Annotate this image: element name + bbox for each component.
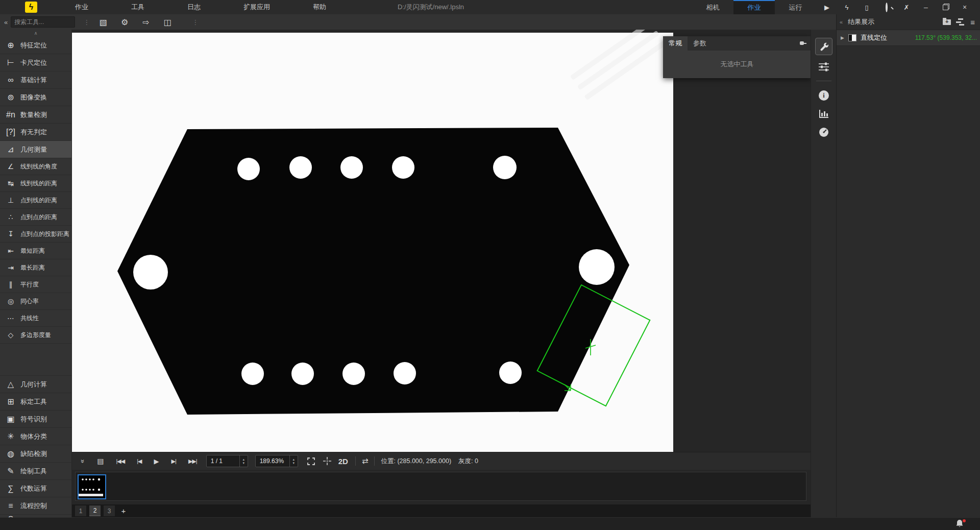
save-icon[interactable]: ◫ (162, 17, 173, 27)
sidebar-item-longest-distance[interactable]: ⇥ 最长距离 (0, 259, 71, 276)
minimize-button[interactable]: – (920, 2, 932, 12)
sidebar-item-symbol-recognition[interactable]: ▣ 符号识别 (0, 411, 71, 428)
sidebar-item-caliper-locate[interactable]: ⊢ 卡尺定位 (0, 54, 71, 71)
collinearity-icon: ⋯ (4, 314, 17, 322)
device-icon[interactable]: ▯ (863, 4, 871, 11)
menu-extensions[interactable]: 扩展应用 (243, 3, 270, 12)
sidebar-item-polygon-measure[interactable]: ◇ 多边形度量 (0, 327, 71, 344)
sidebar-item-calibration-tool[interactable]: ⊞ 标定工具 (0, 393, 71, 411)
tool-search-input[interactable] (11, 16, 75, 28)
sidebar-item-object-classify[interactable]: ✳ 物体分类 (0, 428, 71, 445)
page-tab-2[interactable]: 2 (89, 505, 101, 516)
tab-general[interactable]: 常规 (663, 36, 688, 51)
loop-icon[interactable]: ⇄ (362, 456, 369, 466)
sidebar-item-point-line-distance[interactable]: ⊥ 点到线的距离 (0, 192, 71, 209)
zoom-spinbox[interactable]: 189.63% ▴▾ (255, 455, 298, 467)
sidebar-item-point-point-distance[interactable]: ∴ 点到点的距离 (0, 209, 71, 226)
info-icon[interactable]: i (815, 87, 832, 104)
menu-job[interactable]: 作业 (75, 3, 88, 12)
tool-sidebar: ∧ ⊕ 特征定位 ⊢ 卡尺定位 ∞ 基础计算 ⊚ 图像变换 #n 数量检测 [?… (0, 30, 72, 517)
sidebar-collapse-icon[interactable]: « (4, 18, 8, 26)
histogram-chart-icon[interactable] (815, 105, 832, 123)
point-line-distance-icon: ⊥ (4, 196, 17, 204)
sidebar-item-basic-calc[interactable]: ∞ 基础计算 (0, 71, 71, 89)
menu-log[interactable]: 日志 (187, 3, 201, 12)
zoom-spinner[interactable]: ▴▾ (289, 455, 298, 467)
canvas-viewport[interactable]: 常规 参数 无选中工具 (72, 30, 811, 452)
center-crosshair-icon[interactable] (323, 457, 331, 465)
next-frame-button[interactable]: ▶| (172, 458, 176, 465)
image-list-icon[interactable]: ▤ (97, 457, 104, 465)
tab-camera[interactable]: 相机 (692, 0, 733, 14)
image-transform-icon: ⊚ (4, 92, 17, 102)
performance-gauge-icon[interactable] (815, 124, 832, 141)
line-line-distance-icon: ↹ (4, 179, 17, 187)
sidebar-item-image-transform[interactable]: ⊚ 图像变换 (0, 89, 71, 106)
titlebar-actions: ▶ ϟ ▯ ✗ (823, 0, 911, 14)
sidebar-item-count-detect[interactable]: #n 数量检测 (0, 106, 71, 124)
clean-icon[interactable]: ✗ (902, 4, 911, 11)
point-point-distance-icon: ∴ (4, 213, 17, 221)
parallelism-icon: ∥ (4, 280, 17, 288)
play-button[interactable]: ▶ (154, 457, 159, 465)
notification-bell-icon[interactable] (955, 519, 966, 529)
tab-run[interactable]: 运行 (775, 0, 816, 14)
export-icon[interactable]: ⇨ (141, 17, 151, 27)
canvas-toolbar: « ▤ |◀◀ |◀ ▶ ▶| ▶▶| 1 / 1 ▴▾ 189.63% ▴▾ … (72, 452, 811, 470)
image-thumbnail[interactable] (78, 474, 106, 499)
sidebar-item-feature-locate[interactable]: ⊕ 特征定位 (0, 37, 71, 54)
restore-button[interactable] (940, 2, 951, 12)
image-source-icon[interactable]: ▧ (98, 17, 108, 27)
row-expand-icon[interactable]: ▶ (841, 35, 844, 40)
page-tab-3[interactable]: 3 (104, 505, 115, 516)
sidebar-item-shortest-distance[interactable]: ⇤ 最短距离 (0, 243, 71, 259)
tool-settings-wrench-icon[interactable] (815, 38, 832, 55)
menu-help[interactable]: 帮助 (313, 3, 326, 12)
settings-gear-icon[interactable]: ⚙ (119, 17, 130, 27)
menu-tools[interactable]: 工具 (131, 3, 144, 12)
frame-spinbox[interactable]: 1 / 1 ▴▾ (206, 455, 248, 467)
sidebar-item-algebra-calc[interactable]: ∑ 代数运算 (0, 480, 71, 497)
prev-frame-button[interactable]: |◀ (137, 458, 141, 465)
flash-run-icon[interactable]: ϟ (843, 4, 851, 11)
sidebar-item-line-line-distance[interactable]: ↹ 线到线的距离 (0, 175, 71, 192)
pin-icon[interactable] (799, 40, 806, 47)
row-image-icon (848, 34, 856, 41)
fit-view-icon[interactable] (307, 457, 315, 465)
toolbar-collapse-icon[interactable]: « (78, 459, 86, 463)
sidebar-item-point-projection-distance[interactable]: ↧ 点到点的投影距离 (0, 226, 71, 243)
sidebar-item-collinearity[interactable]: ⋯ 共线性 (0, 310, 71, 327)
results-collapse-icon[interactable]: « (840, 19, 843, 25)
first-frame-button[interactable]: |◀◀ (116, 458, 125, 465)
tab-parameters[interactable]: 参数 (688, 36, 712, 51)
page-tab-1[interactable]: 1 (75, 505, 86, 516)
results-title: 结果展示 (848, 17, 874, 27)
mode-2d-button[interactable]: 2D (338, 457, 348, 466)
filmstrip[interactable] (75, 472, 806, 501)
tab-job[interactable]: 作业 (733, 0, 775, 14)
sidebar-item-geometry-measure[interactable]: ⊿ 几何测量 (0, 141, 71, 158)
result-row-line-locate[interactable]: ▶ 直线定位 117.53° (539.353, 32... (837, 30, 980, 46)
sidebar-item-line-line-angle[interactable]: ∠ 线到线的角度 (0, 158, 71, 175)
sidebar-item-flow-control[interactable]: ≡ 流程控制 (0, 497, 71, 515)
property-tabs: 常规 参数 (663, 36, 811, 51)
tree-view-icon[interactable] (958, 18, 963, 20)
last-frame-button[interactable]: ▶▶| (188, 458, 197, 465)
parameter-sliders-icon[interactable] (815, 58, 832, 76)
sidebar-item-defect-detect[interactable]: ◍ 缺陷检测 (0, 445, 71, 463)
sidebar-scroll-up-icon[interactable]: ∧ (0, 30, 71, 37)
sidebar-item-parallelism[interactable]: ∥ 平行度 (0, 276, 71, 293)
inspection-image[interactable] (72, 33, 673, 452)
close-button[interactable]: × (959, 2, 970, 12)
sidebar-item-concentricity[interactable]: ◎ 同心率 (0, 293, 71, 310)
sidebar-item-draw-tool[interactable]: ✎ 绘制工具 (0, 463, 71, 480)
sidebar-item-geometry-calc[interactable]: △ 几何计算 (0, 375, 71, 393)
frame-spinner[interactable]: ▴▾ (239, 455, 248, 467)
add-group-folder-icon[interactable]: + (943, 19, 951, 25)
add-page-button[interactable]: + (118, 505, 129, 516)
sidebar-item-presence-check[interactable]: [?] 有无判定 (0, 124, 71, 141)
results-menu-icon[interactable]: ≡ (970, 18, 975, 27)
search-icon[interactable] (883, 4, 891, 11)
mode-tabs: 相机 作业 运行 (692, 0, 816, 14)
run-icon[interactable]: ▶ (823, 4, 831, 11)
